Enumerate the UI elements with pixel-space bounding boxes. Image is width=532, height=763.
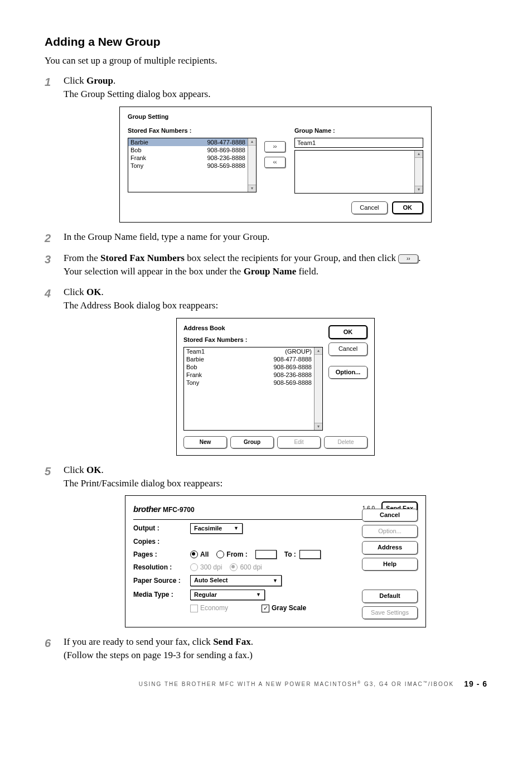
step-number: 2	[45, 230, 51, 246]
address-listbox[interactable]: Team1(GROUP) Barbie908-477-8888 Bob908-8…	[183, 347, 323, 431]
scrollbar[interactable]: ▴ ▾	[248, 138, 256, 192]
step-number: 3	[45, 252, 51, 267]
cell: Bob	[130, 146, 142, 154]
group-button[interactable]: Group	[230, 436, 274, 448]
radio-icon	[216, 550, 224, 558]
scroll-down-icon[interactable]: ▾	[415, 186, 423, 193]
ok-button[interactable]: OK	[328, 325, 367, 339]
list-item[interactable]: Bob908-869-8888	[128, 146, 248, 154]
to-input[interactable]	[299, 550, 321, 559]
label: Option...	[336, 369, 361, 375]
chevron-down-icon: ▼	[234, 525, 239, 532]
cell: Frank	[130, 154, 146, 162]
option-button[interactable]: Option...	[362, 525, 418, 538]
paper-source-label: Paper Source :	[133, 576, 190, 586]
text: .	[113, 75, 115, 86]
group-name-input[interactable]	[294, 138, 423, 148]
list-item[interactable]: Barbie908-477-8888	[184, 355, 314, 363]
option-button[interactable]: Option...	[328, 366, 367, 379]
cancel-button[interactable]: Cancel	[362, 509, 418, 521]
save-settings-button[interactable]: Save Settings	[362, 606, 418, 619]
default-button[interactable]: Default	[362, 590, 418, 602]
media-type-dropdown[interactable]: Regular ▼	[190, 590, 265, 600]
intro-text: You can set up a group of multiple recip…	[45, 54, 487, 67]
cell: 908-236-8888	[207, 154, 245, 162]
radio-label: From :	[226, 550, 247, 559]
chevron-down-icon: ▼	[273, 577, 278, 585]
paper-source-dropdown[interactable]: Auto Select ▼	[190, 575, 282, 586]
list-item[interactable]: Team1(GROUP)	[184, 347, 314, 355]
scrollbar[interactable]: ▴ ▾	[414, 151, 423, 193]
text: If you are ready to send your fax, click	[64, 636, 213, 647]
scroll-up-icon[interactable]: ▴	[415, 151, 423, 158]
cancel-button[interactable]: Cancel	[328, 342, 367, 355]
economy-checkbox: Economy	[190, 603, 228, 613]
step-text: In the Group Name field, type a name for…	[64, 230, 487, 244]
move-right-button[interactable]: ››	[264, 141, 286, 152]
dropdown-value: Facsimile	[194, 524, 222, 533]
cancel-button[interactable]: Cancel	[351, 201, 387, 214]
edit-button[interactable]: Edit	[277, 436, 321, 448]
gray-scale-checkbox[interactable]: ✓Gray Scale	[262, 603, 306, 613]
brother-logo: brother	[133, 503, 161, 515]
dropdown-value: Auto Select	[194, 576, 228, 585]
cell: Tony	[130, 162, 143, 170]
pages-from-radio[interactable]: From :	[216, 550, 247, 559]
text: Click	[64, 75, 86, 86]
bold-word: Stored Fax Numbers	[100, 253, 185, 263]
copies-label: Copies :	[133, 537, 190, 547]
scrollbar[interactable]: ▴ ▾	[314, 347, 322, 430]
step-text: From the Stored Fax Numbers box select t…	[64, 252, 487, 278]
new-button[interactable]: New	[183, 436, 227, 448]
list-item[interactable]: Bob908-869-8888	[184, 363, 314, 371]
res-300-radio: 300 dpi	[190, 563, 222, 572]
checkbox-icon	[190, 605, 198, 612]
list-item[interactable]: Tony908-569-8888	[184, 379, 314, 387]
cell: 908-477-8888	[207, 138, 245, 146]
scroll-up-icon[interactable]: ▴	[248, 138, 256, 146]
bold-word: Group	[86, 75, 113, 86]
page-footer: USING THE BROTHER MFC WITH A NEW POWER M…	[45, 679, 487, 690]
label: Group	[244, 439, 260, 445]
text: The Print/Facsimile dialog box reappears…	[64, 478, 223, 489]
ok-button[interactable]: OK	[392, 201, 424, 214]
label: Help	[383, 561, 396, 567]
address-book-dialog: Address Book Stored Fax Numbers : Team1(…	[176, 318, 375, 456]
page-number: 19 - 6	[464, 679, 487, 690]
dialog-title: Group Setting	[128, 113, 423, 121]
delete-button[interactable]: Delete	[324, 436, 367, 448]
text: (Follow the steps on page 19-3 for sendi…	[64, 650, 253, 660]
list-item[interactable]: Frank908-236-8888	[128, 154, 248, 162]
dropdown-value: Regular	[194, 591, 217, 599]
section-heading: Adding a New Group	[45, 33, 487, 50]
output-dropdown[interactable]: Facsimile ▼	[190, 523, 243, 534]
from-input[interactable]	[255, 550, 277, 559]
scroll-down-icon[interactable]: ▾	[315, 423, 322, 430]
step-text: Click OK. The Print/Facsimile dialog box…	[64, 463, 487, 490]
cell: 908-569-8888	[273, 379, 312, 387]
scroll-down-icon[interactable]: ▾	[248, 185, 256, 192]
radio-label: All	[200, 550, 209, 559]
dialog-title: Address Book	[183, 324, 323, 332]
pages-label: Pages :	[133, 550, 190, 559]
step-text: Click Group. The Group Setting dialog bo…	[64, 74, 487, 101]
group-name-label: Group Name :	[294, 127, 423, 135]
stored-fax-listbox[interactable]: Barbie908-477-8888 Bob908-869-8888 Frank…	[128, 138, 257, 192]
cell: Team1	[186, 347, 205, 355]
list-item[interactable]: Barbie908-477-8888	[128, 138, 248, 146]
to-label: To :	[284, 550, 296, 559]
cell: 908-477-8888	[273, 355, 312, 363]
text: G3, G4 OR IMAC	[361, 682, 423, 688]
text: Your selection will appear in the box un…	[64, 266, 244, 277]
move-left-button[interactable]: ‹‹	[264, 157, 286, 168]
address-button[interactable]: Address	[362, 541, 418, 554]
list-item[interactable]: Tony908-569-8888	[128, 162, 248, 170]
radio-label: 600 dpi	[240, 563, 262, 572]
list-item[interactable]: Frank908-236-8888	[184, 371, 314, 379]
scroll-up-icon[interactable]: ▴	[315, 347, 322, 355]
radio-label: 300 dpi	[200, 563, 222, 572]
pages-all-radio[interactable]: All	[190, 550, 209, 559]
print-fax-dialog: brother MFC-9700 1.6.0 Send Fax Output :…	[125, 495, 426, 627]
help-button[interactable]: Help	[362, 558, 418, 571]
group-members-listbox[interactable]: ▴ ▾	[294, 150, 423, 194]
